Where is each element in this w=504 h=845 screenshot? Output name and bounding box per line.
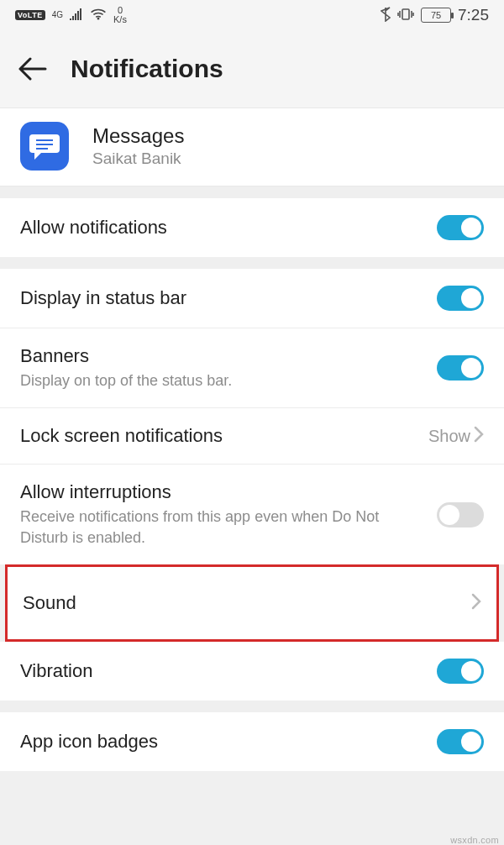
app-icon-badges-label: App icon badges	[20, 731, 427, 753]
app-icon-badges-row[interactable]: App icon badges	[0, 712, 504, 771]
lock-screen-row[interactable]: Lock screen notifications Show	[0, 407, 504, 464]
lock-screen-value: Show	[428, 427, 470, 446]
sound-row[interactable]: Sound	[8, 567, 496, 639]
vibration-toggle[interactable]	[437, 659, 484, 684]
svg-point-0	[97, 17, 100, 19]
wifi-icon	[90, 8, 107, 23]
allow-interruptions-label: Allow interruptions	[20, 481, 427, 503]
banners-sub: Display on top of the status bar.	[20, 370, 427, 391]
allow-interruptions-sub: Receive notifications from this app even…	[20, 506, 427, 548]
back-button[interactable]	[18, 56, 47, 81]
chevron-right-icon	[474, 426, 484, 446]
sound-highlight: Sound	[5, 564, 499, 642]
bluetooth-icon	[381, 7, 391, 24]
display-status-bar-toggle[interactable]	[437, 286, 484, 311]
app-info-row[interactable]: Messages Saikat Banik	[0, 108, 504, 186]
allow-notifications-row[interactable]: Allow notifications	[0, 198, 504, 257]
volte-badge: VoLTE	[15, 10, 45, 20]
allow-notifications-label: Allow notifications	[20, 217, 427, 239]
page-header: Notifications	[0, 30, 504, 108]
network-indicator: 4G	[52, 11, 63, 19]
signal-icon	[70, 8, 83, 23]
battery-indicator: 75	[421, 8, 451, 23]
data-speed: 0 K/s	[113, 6, 127, 24]
watermark: wsxdn.com	[450, 835, 499, 845]
status-bar: VoLTE 4G 0 K/s 75 7:25	[0, 0, 504, 30]
banners-toggle[interactable]	[437, 355, 484, 381]
page-title: Notifications	[71, 55, 223, 83]
app-name: Messages	[92, 124, 184, 148]
sound-label: Sound	[23, 592, 461, 614]
messages-app-icon	[20, 122, 69, 171]
app-icon-badges-toggle[interactable]	[437, 729, 484, 754]
display-status-bar-label: Display in status bar	[20, 287, 427, 309]
clock: 7:25	[458, 6, 489, 24]
allow-interruptions-row[interactable]: Allow interruptions Receive notification…	[0, 464, 504, 564]
banners-label: Banners	[20, 345, 427, 367]
allow-notifications-toggle[interactable]	[437, 215, 484, 240]
banners-row[interactable]: Banners Display on top of the status bar…	[0, 328, 504, 407]
vibrate-icon	[397, 8, 414, 24]
vibration-label: Vibration	[20, 660, 427, 682]
display-status-bar-row[interactable]: Display in status bar	[0, 269, 504, 328]
chevron-right-icon	[471, 593, 481, 613]
vibration-row[interactable]: Vibration	[0, 642, 504, 701]
lock-screen-label: Lock screen notifications	[20, 425, 418, 447]
allow-interruptions-toggle[interactable]	[437, 502, 484, 527]
svg-rect-1	[402, 9, 409, 19]
app-account: Saikat Banik	[92, 150, 184, 168]
